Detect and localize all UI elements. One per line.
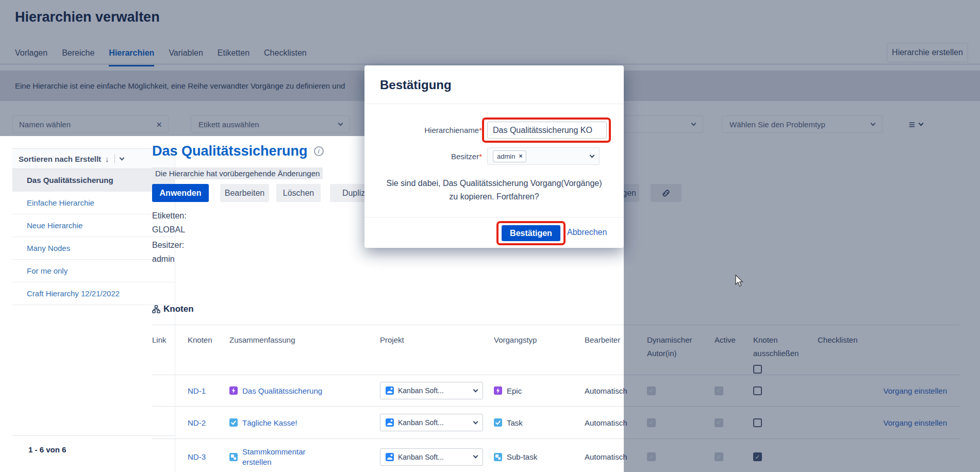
nodes-section-heading: Knoten [152,304,194,314]
owner-value: admin [152,255,175,264]
chip-remove-icon[interactable]: × [519,153,522,160]
required-asterisk: * [479,126,482,134]
col-zusammenfassung: Zusammenfassung [229,333,380,347]
delete-button[interactable]: Löschen [276,184,321,202]
confirm-message-line1: Sie sind dabei, Das Qualitätssicherung V… [364,177,624,190]
dialog-header-divider [364,104,624,104]
info-icon[interactable]: i [314,146,324,156]
hierarchy-sidebar: Sortieren nach Erstellt ↓ Das Qualitätss… [12,148,175,472]
sidebar-item-das-qualitaetssicherung[interactable]: Das Qualitätssicherung [12,169,175,192]
name-field-label: Hierarchiename* [364,126,482,134]
cancel-link[interactable]: Abbrechen [567,228,607,237]
hierarchy-name-input[interactable] [487,122,607,139]
chevron-down-icon [473,453,478,459]
labels-value: GLOBAL [152,225,185,234]
confirm-message-line2: zu kopieren. Fortfahren? [364,190,624,203]
modal-backdrop-right [624,136,980,472]
project-avatar-icon [386,386,394,395]
mouse-cursor-icon [734,275,744,287]
task-icon [494,418,502,427]
owner-field-label: Besitzer* [364,152,482,161]
sort-label: Sortieren nach Erstellt [19,155,101,163]
summary-link[interactable]: Tägliche Kasse! [242,418,297,427]
sort-arrow-down-icon[interactable]: ↓ [105,155,109,163]
summary-link[interactable]: Stammkommentar erstellen [242,447,320,467]
sidebar-item-neue-hierarchie[interactable]: Neue Hierarchie [12,214,175,237]
hierarchy-icon [152,305,160,313]
hierarchy-title: Das Qualitätssicherung [152,143,308,159]
issuetype-label: Task [507,418,523,427]
col-projekt: Projekt [380,333,494,347]
sidebar-item-for-me-only[interactable]: For me only [12,260,175,282]
confirmation-dialog: Bestätigung Hierarchiename* Besitzer* ad… [364,65,624,248]
col-link: Link [152,333,188,347]
chevron-down-icon [473,387,478,392]
task-icon [229,418,238,427]
dialog-title: Bestätigung [364,65,624,92]
hierarchy-title-row: Das Qualitätssicherung i [152,143,324,159]
divider [114,154,115,163]
nodes-heading-label: Knoten [163,304,194,314]
edit-button[interactable]: Bearbeiten [220,184,269,202]
subtask-icon [229,453,238,461]
node-key-link[interactable]: ND-3 [188,452,206,461]
project-select-value: Kanban Soft... [398,386,444,395]
summary-link[interactable]: Das Qualitätssicherung [242,386,322,395]
temp-changes-notice: Die Hierarchie hat vorübergehende Änderu… [152,167,323,179]
required-asterisk: * [479,152,482,161]
issuetype-label: Sub-task [507,452,537,461]
col-vorgangstyp: Vorgangstyp [494,333,585,347]
sidebar-item-many-nodes[interactable]: Many Nodes [12,237,175,260]
node-key-link[interactable]: ND-1 [188,386,206,395]
project-select[interactable]: Kanban Soft... [380,414,483,431]
project-select[interactable]: Kanban Soft... [380,382,483,399]
subtask-icon [494,453,502,461]
project-avatar-icon [386,418,394,427]
chevron-down-icon [590,153,595,158]
apply-button[interactable]: Anwenden [152,184,209,202]
epic-icon [229,386,238,395]
project-select-value: Kanban Soft... [398,418,444,427]
confirm-button[interactable]: Bestätigen [502,225,560,241]
owner-select[interactable]: admin × [487,147,600,165]
owner-chip-label: admin [497,153,515,160]
epic-icon [494,386,502,395]
project-select[interactable]: Kanban Soft... [380,448,483,466]
dialog-footer-divider [364,217,624,217]
owner-heading: Besitzer: [152,241,184,250]
sort-header[interactable]: Sortieren nach Erstellt ↓ [12,148,175,169]
labels-heading: Etiketten: [152,211,187,221]
sidebar-item-craft-hierarchy[interactable]: Craft Hierarchy 12/21/2022 [12,282,175,305]
issuetype-label: Epic [507,386,522,395]
sidebar-item-einfache-hierarchie[interactable]: Einfache Hierarchie [12,192,175,214]
col-knoten: Knoten [188,333,229,347]
pagination: 1 - 6 von 6 [12,435,175,472]
owner-chip: admin × [493,150,526,162]
screen: Hierarchien verwalten Hierarchie erstell… [0,0,980,472]
project-select-value: Kanban Soft... [398,453,444,461]
project-avatar-icon [386,453,394,461]
chevron-down-icon [473,419,478,424]
chevron-down-icon[interactable] [119,155,124,160]
node-key-link[interactable]: ND-2 [188,418,206,427]
